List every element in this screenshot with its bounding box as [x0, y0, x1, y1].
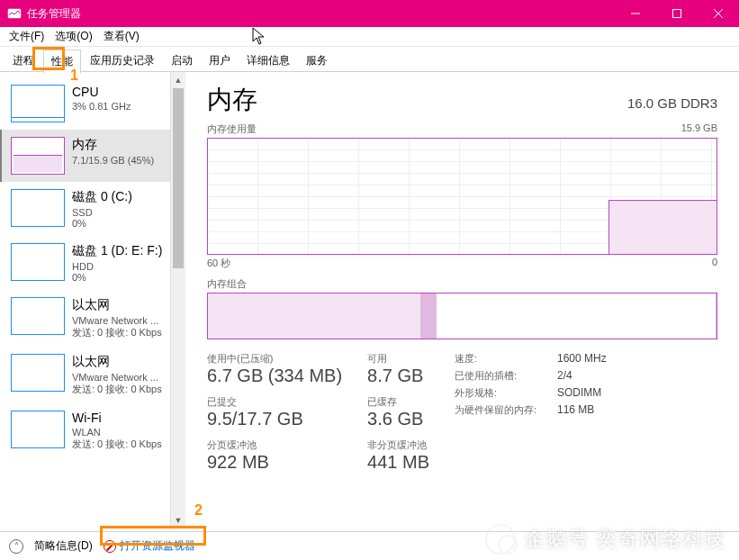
sidebar-thumb	[11, 243, 65, 281]
tab-details[interactable]: 详细信息	[239, 50, 297, 72]
chart-comp-label: 内存组合	[207, 277, 247, 291]
svg-rect-1	[673, 10, 681, 18]
sidebar-item-sub: 0%	[72, 272, 162, 283]
sidebar-item-4[interactable]: 以太网VMware Network ...发送: 0 接收: 0 Kbps	[0, 290, 185, 347]
stat-value: 441 MB	[367, 452, 429, 473]
sidebar-item-name: 磁盘 1 (D: E: F:)	[72, 243, 162, 259]
sidebar-item-5[interactable]: 以太网VMware Network ...发送: 0 接收: 0 Kbps	[0, 347, 185, 403]
watermark: 企鹅号 奕奇网络科技	[485, 524, 726, 555]
menu-options[interactable]: 选项(O)	[50, 27, 97, 46]
menu-view[interactable]: 查看(V)	[98, 27, 145, 46]
collapse-icon[interactable]: ˄	[9, 539, 23, 554]
tab-processes[interactable]: 进程	[5, 50, 41, 72]
tab-bar: 进程 性能 应用历史记录 启动 用户 详细信息 服务	[0, 47, 739, 72]
close-button[interactable]	[698, 0, 739, 27]
sidebar-item-sub: VMware Network ...	[72, 315, 162, 326]
sidebar-thumb	[11, 411, 65, 448]
sidebar-thumb	[11, 85, 65, 122]
sidebar-item-name: 以太网	[72, 354, 162, 370]
sidebar-item-0[interactable]: CPU3% 0.81 GHz	[0, 77, 185, 130]
stat-label: 已提交	[207, 395, 342, 409]
sidebar-item-name: 磁盘 0 (C:)	[72, 189, 132, 205]
stat-key: 为硬件保留的内存:	[455, 403, 545, 417]
menu-file[interactable]: 文件(F)	[4, 27, 50, 46]
sidebar-item-6[interactable]: Wi-FiWLAN发送: 0 接收: 0 Kbps	[0, 403, 185, 458]
open-resource-monitor-link[interactable]: 打开资源监视器	[104, 538, 195, 554]
detail-capacity: 16.0 GB DDR3	[627, 95, 717, 111]
stat-value: 6.7 GB (334 MB)	[207, 366, 342, 386]
memory-usage-chart[interactable]	[207, 138, 717, 255]
sidebar-item-name: CPU	[72, 85, 131, 99]
chart-x-right: 0	[712, 257, 717, 270]
tab-services[interactable]: 服务	[299, 50, 335, 72]
title-bar: 任务管理器	[0, 0, 739, 27]
sidebar-item-sub: 7.1/15.9 GB (45%)	[72, 155, 154, 166]
stat-value: SODIMM	[557, 386, 601, 400]
stat-value: 9.5/17.7 GB	[207, 409, 342, 429]
memory-composition-chart[interactable]	[207, 293, 717, 339]
sidebar-item-1[interactable]: 内存7.1/15.9 GB (45%)	[0, 130, 185, 182]
detail-title: 内存	[207, 83, 257, 117]
window-title: 任务管理器	[27, 6, 615, 22]
scroll-up-icon[interactable]: ▲	[171, 72, 185, 87]
sidebar-item-name: 以太网	[72, 297, 162, 313]
sidebar-item-sub: SSD	[72, 207, 132, 218]
stat-label: 非分页缓冲池	[367, 438, 429, 452]
stat-value: 116 MB	[557, 403, 594, 417]
stat-value: 2/4	[557, 369, 572, 383]
tab-users[interactable]: 用户	[202, 50, 238, 72]
svg-rect-0	[8, 9, 21, 18]
stat-value: 922 MB	[207, 452, 342, 473]
performance-sidebar: CPU3% 0.81 GHz内存7.1/15.9 GB (45%)磁盘 0 (C…	[0, 72, 185, 528]
sidebar-item-sub: VMware Network ...	[72, 372, 162, 383]
sidebar-thumb	[11, 189, 65, 227]
stat-value: 8.7 GB	[367, 366, 429, 386]
maximize-button[interactable]	[656, 0, 698, 27]
minimize-button[interactable]	[615, 0, 656, 27]
sidebar-item-sub: 3% 0.81 GHz	[72, 101, 131, 112]
annotation-label-1: 1	[70, 68, 78, 84]
stat-value: 1600 MHz	[557, 352, 607, 366]
chart-usage-max: 15.9 GB	[681, 122, 717, 136]
chart-x-left: 60 秒	[207, 257, 230, 270]
stat-label: 可用	[367, 352, 429, 366]
stat-label: 使用中(已压缩)	[207, 352, 342, 366]
sidebar-item-name: 内存	[72, 137, 154, 153]
sidebar-item-name: Wi-Fi	[72, 411, 162, 425]
stat-value: 3.6 GB	[367, 409, 429, 429]
app-icon	[7, 6, 22, 21]
sidebar-item-2[interactable]: 磁盘 0 (C:)SSD0%	[0, 182, 185, 236]
stat-key: 已使用的插槽:	[455, 369, 545, 383]
sidebar-item-sub: 发送: 0 接收: 0 Kbps	[72, 383, 162, 396]
stat-key: 外形规格:	[455, 386, 545, 400]
resource-monitor-icon	[104, 540, 116, 553]
detail-pane: 内存 16.0 GB DDR3 内存使用量 15.9 GB 60 秒 0 内存组…	[185, 72, 739, 528]
sidebar-thumb	[11, 297, 65, 335]
sidebar-item-sub: HDD	[72, 261, 162, 272]
scroll-down-icon[interactable]: ▼	[171, 512, 185, 528]
brief-info-link[interactable]: 简略信息(D)	[34, 538, 93, 554]
annotation-label-2: 2	[194, 502, 203, 519]
sidebar-item-sub: WLAN	[72, 427, 162, 438]
sidebar-item-sub: 发送: 0 接收: 0 Kbps	[72, 438, 162, 451]
stat-key: 速度:	[455, 352, 545, 366]
memory-stats: 使用中(已压缩)6.7 GB (334 MB)已提交9.5/17.7 GB分页缓…	[207, 352, 717, 473]
sidebar-thumb	[11, 137, 65, 175]
stat-label: 已缓存	[367, 395, 429, 409]
tab-startup[interactable]: 启动	[164, 50, 200, 72]
sidebar-item-sub: 发送: 0 接收: 0 Kbps	[72, 326, 162, 339]
sidebar-item-3[interactable]: 磁盘 1 (D: E: F:)HDD0%	[0, 236, 185, 290]
chart-usage-label: 内存使用量	[207, 122, 257, 136]
tab-app-history[interactable]: 应用历史记录	[83, 50, 162, 72]
watermark-icon	[485, 524, 516, 555]
stat-label: 分页缓冲池	[207, 438, 342, 452]
scroll-thumb[interactable]	[173, 88, 184, 268]
sidebar-item-sub: 0%	[72, 218, 132, 229]
menu-bar: 文件(F) 选项(O) 查看(V)	[0, 27, 739, 47]
sidebar-scrollbar[interactable]: ▲ ▼	[170, 72, 185, 528]
sidebar-thumb	[11, 354, 65, 392]
